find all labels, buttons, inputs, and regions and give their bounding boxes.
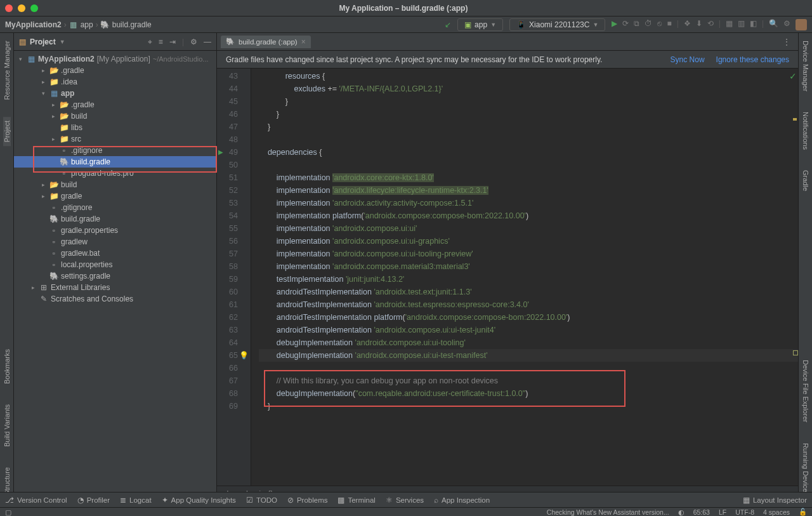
- tool-bookmarks[interactable]: Bookmarks: [3, 345, 11, 388]
- sync-now-link[interactable]: Sync Now: [671, 55, 705, 64]
- maximize-icon[interactable]: [30, 4, 38, 12]
- breadcrumb[interactable]: MyApplication2 › ▦ app › 🐘 build.gradle: [5, 20, 445, 29]
- avd-icon[interactable]: ❖: [684, 19, 691, 30]
- tree-item[interactable]: ▸📂build: [14, 179, 216, 190]
- tool-profiler[interactable]: ◔Profiler: [77, 496, 110, 505]
- line-number[interactable]: 60: [217, 286, 251, 298]
- layout-icon[interactable]: ▥: [738, 19, 745, 30]
- code-line[interactable]: }: [259, 108, 798, 121]
- emulator-icon[interactable]: ◧: [750, 19, 757, 30]
- tree-item[interactable]: ▸📁libs: [14, 122, 216, 133]
- tree-item[interactable]: ▸📁.idea: [14, 76, 216, 88]
- code-line[interactable]: androidTestImplementation 'androidx.test…: [259, 286, 798, 298]
- read-only-indicator[interactable]: 🔓: [799, 508, 807, 516]
- tree-item[interactable]: ▸✎Scratches and Consoles: [14, 293, 216, 305]
- minimize-icon[interactable]: [18, 4, 25, 12]
- code-line[interactable]: implementation 'androidx.lifecycle:lifec…: [259, 184, 798, 197]
- line-separator[interactable]: LF: [719, 508, 726, 516]
- tree-item[interactable]: ▾▦app: [14, 88, 216, 99]
- device-selector[interactable]: 📱 Xiaomi 2201123C ▼: [509, 18, 605, 31]
- tree-item[interactable]: ▸⊞External Libraries: [14, 282, 216, 293]
- line-number[interactable]: 67: [217, 374, 251, 387]
- code-line[interactable]: implementation 'androidx.compose.ui:ui-t…: [259, 248, 798, 260]
- code-line[interactable]: }: [259, 121, 798, 133]
- line-number[interactable]: 45: [217, 95, 251, 108]
- line-number[interactable]: 61: [217, 298, 251, 311]
- code-line[interactable]: [259, 133, 798, 146]
- code-line[interactable]: androidTestImplementation platform('andr…: [259, 311, 798, 324]
- code-line[interactable]: implementation 'androidx.compose.materia…: [259, 260, 798, 273]
- error-stripe[interactable]: ✓: [792, 69, 798, 486]
- line-number[interactable]: 💡65: [217, 349, 251, 362]
- tool-build-variants[interactable]: Build Variants: [3, 400, 11, 451]
- gear-icon[interactable]: ⚙: [783, 19, 790, 30]
- sync-icon[interactable]: ⟲: [707, 19, 714, 30]
- code-line[interactable]: androidTestImplementation 'androidx.test…: [259, 298, 798, 311]
- code-line[interactable]: dependencies {: [259, 146, 798, 159]
- line-number[interactable]: ▶49: [217, 146, 251, 159]
- code-line[interactable]: debugImplementation 'androidx.compose.ui…: [259, 349, 798, 362]
- hide-icon[interactable]: —: [204, 37, 211, 46]
- tool-resource-manager[interactable]: Resource Manager: [3, 37, 11, 104]
- tree-item[interactable]: ▸📂build: [14, 110, 216, 122]
- account-avatar[interactable]: [796, 19, 807, 30]
- tree-root[interactable]: ▾▦MyApplication2 [My Application] ~/Andr…: [14, 53, 216, 65]
- project-panel-title[interactable]: ▤ Project ▼: [19, 37, 148, 46]
- project-tree[interactable]: ▾▦MyApplication2 [My Application] ~/Andr…: [14, 51, 216, 499]
- tool-problems[interactable]: ⊘Problems: [287, 496, 328, 505]
- profiler-icon[interactable]: ⏱: [645, 19, 652, 30]
- search-icon[interactable]: 🔍: [769, 19, 778, 30]
- line-number[interactable]: 53: [217, 197, 251, 209]
- code-line[interactable]: implementation platform('androidx.compos…: [259, 209, 798, 222]
- tab-overflow-icon[interactable]: ⋮: [779, 37, 794, 46]
- tree-item[interactable]: ▸📂.gradle: [14, 65, 216, 76]
- editor-tab[interactable]: 🐘 build.gradle (:app) ×: [221, 36, 311, 48]
- file-encoding[interactable]: UTF-8: [735, 508, 754, 516]
- line-number[interactable]: 52: [217, 184, 251, 197]
- code-line[interactable]: implementation 'androidx.compose.ui:ui-g…: [259, 235, 798, 248]
- run-icon[interactable]: ▶: [612, 19, 617, 30]
- sync-hammer-icon[interactable]: ↙: [445, 20, 451, 29]
- line-number[interactable]: 59: [217, 273, 251, 286]
- cursor-position[interactable]: 65:63: [693, 508, 710, 516]
- tree-item[interactable]: ▸📁gradle: [14, 190, 216, 202]
- code-line[interactable]: implementation 'androidx.activity:activi…: [259, 197, 798, 209]
- warning-marker[interactable]: [793, 118, 797, 121]
- tool-device-file-explorer[interactable]: Device File Explorer: [802, 356, 809, 426]
- tool-services[interactable]: ⚛Services: [386, 496, 424, 505]
- line-number[interactable]: 66: [217, 362, 251, 374]
- close-icon[interactable]: [5, 4, 13, 12]
- tool-project[interactable]: Project: [3, 117, 11, 146]
- tree-item[interactable]: ▸▫local.properties: [14, 259, 216, 270]
- ignore-changes-link[interactable]: Ignore these changes: [716, 55, 789, 64]
- code-body[interactable]: resources { excludes += '/META-INF/{AL2.…: [251, 69, 798, 486]
- indent-setting[interactable]: 4 spaces: [763, 508, 790, 516]
- tree-item[interactable]: ▸🐘settings.gradle: [14, 270, 216, 282]
- tool-notifications[interactable]: Notifications: [802, 108, 809, 154]
- screenshot-icon[interactable]: ▦: [726, 19, 733, 30]
- select-opened-file-icon[interactable]: ⌖: [148, 37, 152, 46]
- tree-item[interactable]: ▸🐘build.gradle: [14, 213, 216, 225]
- coverage-icon[interactable]: ⧉: [634, 19, 639, 30]
- tool-layout-inspector[interactable]: ▦Layout Inspector: [743, 496, 807, 505]
- tool-app-quality[interactable]: ✦App Quality Insights: [162, 496, 236, 505]
- line-number[interactable]: 58: [217, 260, 251, 273]
- line-number[interactable]: 51: [217, 171, 251, 184]
- tool-gradle[interactable]: Gradle: [802, 166, 809, 195]
- code-line[interactable]: androidTestImplementation 'androidx.comp…: [259, 324, 798, 336]
- toolwindow-quick-icon[interactable]: ▢: [5, 508, 11, 516]
- gear-icon[interactable]: ⚙: [190, 37, 197, 46]
- tool-app-inspection[interactable]: ⌕App Inspection: [434, 496, 490, 504]
- line-number[interactable]: 43: [217, 70, 251, 83]
- line-number[interactable]: 62: [217, 311, 251, 324]
- tree-item[interactable]: ▸📁src: [14, 133, 216, 145]
- line-number[interactable]: 48: [217, 133, 251, 146]
- attach-icon[interactable]: ⎋: [657, 19, 662, 30]
- code-line[interactable]: }: [259, 95, 798, 108]
- tool-running-devices[interactable]: Running Devices: [802, 439, 809, 499]
- tree-item[interactable]: ▸📂.gradle: [14, 99, 216, 110]
- debug-icon[interactable]: ⟳: [622, 19, 629, 30]
- tool-version-control[interactable]: ⎇Version Control: [5, 496, 67, 505]
- line-number[interactable]: 69: [217, 400, 251, 413]
- tree-item[interactable]: ▸▫.gitignore: [14, 202, 216, 213]
